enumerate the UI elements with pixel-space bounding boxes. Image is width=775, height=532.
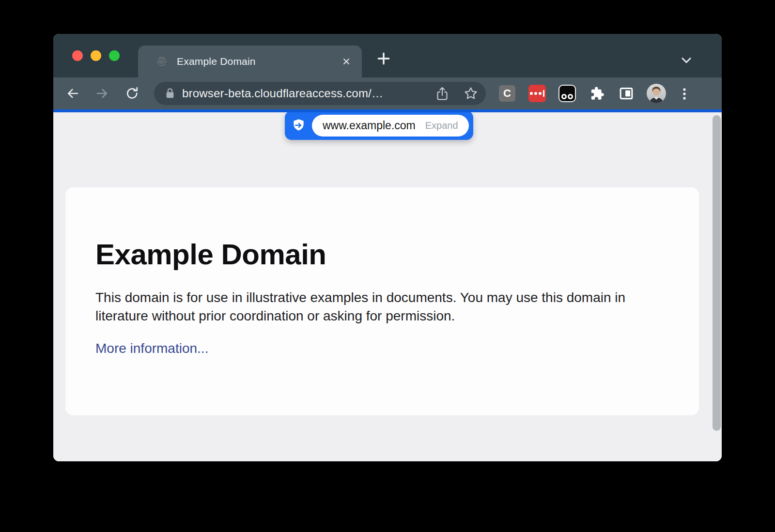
zoom-window-button[interactable] [109,50,120,61]
url-text: browser-beta.cloudflareaccess.com/… [182,87,383,100]
lock-icon[interactable] [165,87,175,100]
more-information-link[interactable]: More information... [95,341,208,356]
back-button[interactable] [65,86,80,101]
page-viewport: www.example.com Expand Example Domain Th… [53,112,722,461]
extensions-puzzle-icon[interactable] [590,86,604,101]
share-icon[interactable] [435,86,449,104]
address-bar[interactable]: browser-beta.cloudflareaccess.com/… [154,82,486,105]
tab-search-chevron-icon[interactable] [680,53,693,67]
expand-button[interactable]: Expand [425,120,458,131]
vertical-scrollbar-thumb[interactable] [713,115,721,431]
side-panel-icon[interactable] [619,86,634,101]
forward-button[interactable] [95,86,109,101]
isolation-pill-inner[interactable]: www.example.com Expand [312,115,469,137]
c-extension-icon[interactable]: C [499,85,515,102]
kebab-menu-icon[interactable] [682,88,687,100]
close-window-button[interactable] [72,50,83,61]
reload-button[interactable] [125,86,140,101]
bookmark-star-icon[interactable] [464,86,478,103]
content-card: Example Domain This domain is for use in… [65,187,699,415]
goggles-extension-icon[interactable] [558,85,576,102]
browser-tab[interactable]: Example Domain [138,46,362,77]
profile-avatar[interactable] [647,84,666,103]
traffic-lights [72,50,120,61]
tab-title: Example Domain [177,56,256,67]
globe-favicon-icon [155,55,168,68]
tab-close-icon[interactable] [341,57,351,66]
browser-window: Example Domain [53,34,722,461]
tab-strip: Example Domain [53,34,722,77]
password-manager-extension-icon[interactable] [528,85,546,102]
shield-arrow-icon [285,119,312,132]
page-heading: Example Domain [95,238,699,271]
minimize-window-button[interactable] [91,50,101,61]
page-paragraph: This domain is for use in illustrative e… [95,289,651,325]
toolbar: browser-beta.cloudflareaccess.com/… C [53,77,722,109]
isolated-domain-label: www.example.com [323,119,416,132]
new-tab-button[interactable] [376,51,391,66]
isolation-domain-pill[interactable]: www.example.com Expand [285,112,473,140]
content-card-body: Example Domain This domain is for use in… [65,187,699,356]
